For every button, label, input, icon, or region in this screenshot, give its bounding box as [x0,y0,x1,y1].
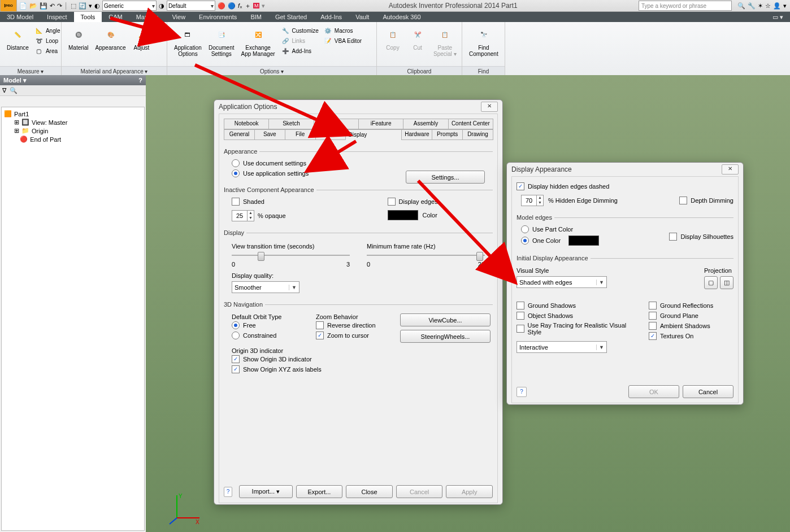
ground-reflections-check[interactable]: Ground Reflections [649,300,733,311]
ribbon-tab-view[interactable]: View [165,12,192,22]
edge-color-swatch[interactable] [388,210,418,220]
tree-end[interactable]: 🔴End of Part [4,135,142,143]
filter-icon[interactable]: ∇ [2,87,6,94]
ribbon-tab-bim[interactable]: BIM [244,12,268,22]
dialog-titlebar[interactable]: Application Options ✕ [214,100,502,114]
display-edges-check[interactable]: Display edges [388,197,438,207]
steeringwheels-button[interactable]: SteeringWheels... [400,330,491,343]
loop-button[interactable]: ➰Loop [32,36,63,46]
tab-sketch[interactable]: Sketch [268,119,314,129]
star-icon[interactable]: ☆ [765,2,771,10]
area-button[interactable]: ▢Area [32,46,63,56]
ribbon-tab-3d-model[interactable]: 3D Model [0,12,40,22]
cancel-button[interactable]: Cancel [683,385,733,398]
panel-matapp-caption[interactable]: Material and Appearance ▾ [62,66,167,76]
panel-measure-caption[interactable]: Measure ▾ [0,66,61,76]
quality-select[interactable]: Smoother▼ [232,281,299,293]
tree-view[interactable]: ⊞ 🔲View: Master [4,118,142,127]
ball1-icon[interactable]: 🔴 [218,2,225,10]
close-button[interactable]: Close [346,485,393,498]
tab-notebook[interactable]: Notebook [224,119,269,129]
appearance-button[interactable]: 🎨Appearance [92,23,129,51]
links-button[interactable]: 🔗Links [279,36,321,46]
one-color-swatch[interactable] [568,236,599,246]
shaded-check[interactable]: Shaded [232,197,286,207]
dialog-help-icon[interactable]: ? [516,387,527,397]
dialog-help-icon[interactable]: ? [224,487,232,497]
hidden-dashed-check[interactable]: ✓Display hidden edges dashed [516,181,733,191]
show-xyz-check[interactable]: ✓Show Origin XYZ axis labels [232,364,485,374]
binoculars-icon[interactable]: 🔍 [737,2,745,10]
signin-icon[interactable]: 👤 [773,2,781,10]
dialog-titlebar[interactable]: Display Appearance ✕ [507,163,743,176]
ribbon-tab-inspect[interactable]: Inspect [40,12,73,22]
orbit-constrained-radio[interactable]: Constrained [232,330,305,341]
close-icon[interactable]: ✕ [722,164,739,175]
key-icon[interactable]: 🔧 [748,2,756,10]
framerate-slider[interactable] [367,250,485,261]
redo-icon[interactable]: ↷ [57,2,62,10]
comm-icon[interactable]: ✶ [758,2,763,10]
import-button[interactable]: Import... ▾ [239,485,293,498]
ribbon-tab-tools[interactable]: Tools [74,12,102,22]
update-icon[interactable]: 🔄 [79,2,86,10]
new-icon[interactable]: 📄 [19,2,27,10]
m-icon[interactable]: M [253,3,260,8]
tab-file[interactable]: File [285,129,316,140]
projection-ortho-button[interactable]: ▢ [704,276,718,289]
ribbon-tab-manage[interactable]: Manage [129,12,166,22]
ribbon-tab-vault[interactable]: Vault [349,12,376,22]
one-color-radio[interactable]: One Color [521,234,669,247]
tab-content-center[interactable]: Content Center [448,119,493,129]
hidden-dimming-spinner[interactable]: 70▲▼ [521,195,544,206]
silhouettes-check[interactable]: Display Silhouettes [669,226,733,247]
ambient-shadows-check[interactable]: Ambient Shadows [649,321,733,331]
material-combo[interactable]: Generic▾ [102,1,157,11]
vba-button[interactable]: 📝VBA Editor [321,36,364,46]
help-icon[interactable]: ▾ [783,2,787,10]
ribbon-tab-autodesk-360[interactable]: Autodesk 360 [376,12,427,22]
tree-root[interactable]: 🟧Part1 [4,110,142,118]
tab-assembly[interactable]: Assembly [403,119,448,129]
projection-persp-button[interactable]: ◫ [720,276,733,289]
tab-hardware[interactable]: Hardware [401,129,432,140]
close-icon[interactable]: ✕ [481,102,498,112]
document-settings-button[interactable]: 📑Document Settings [205,23,238,57]
tab-general[interactable]: General [224,129,255,140]
addins-button[interactable]: ➕Add-Ins [279,46,321,56]
tab-ifeature[interactable]: iFeature [358,119,403,129]
tab-colors[interactable]: Colors [315,129,346,140]
select-icon[interactable]: ▾ [89,2,92,10]
tab-part[interactable]: Part [314,119,359,129]
ribbon-tab-add-ins[interactable]: Add-Ins [314,12,349,22]
plus-icon[interactable]: ＋ [245,2,251,10]
material-ball-icon[interactable]: ◐ [94,2,100,10]
application-options-button[interactable]: 🗔Application Options [171,23,205,57]
save-icon[interactable]: 💾 [40,2,47,10]
find-component-button[interactable]: 🔭Find Component [466,23,502,57]
panel-options-caption[interactable]: Options ▾ [167,66,376,76]
object-shadows-check[interactable]: Object Shadows [516,311,637,321]
angle-button[interactable]: 📐Angle [32,25,63,36]
textures-on-check[interactable]: ✓Textures On [649,331,733,341]
zoom-to-cursor-check[interactable]: ✓Zoom to cursor [316,330,389,341]
macros-button[interactable]: ⚙️Macros [321,25,364,36]
help-small-icon[interactable]: ? [138,77,142,84]
app-logo[interactable]: IPRO [0,0,17,12]
appearance-ball-icon[interactable]: ◑ [159,2,164,10]
export-button[interactable]: Export... [296,485,343,498]
tab-prompts[interactable]: Prompts [432,129,463,140]
ribbon-tab-get-started[interactable]: Get Started [268,12,314,22]
distance-button[interactable]: 📏 Distance [3,23,32,51]
find-icon[interactable]: 🔍 [10,87,18,94]
mode-select[interactable]: Interactive▼ [516,341,607,353]
visual-style-select[interactable]: Shaded with edges▼ [516,276,607,288]
material-button[interactable]: 🔘Material [65,23,92,51]
ok-button[interactable]: OK [628,385,679,398]
viewcube-button[interactable]: ViewCube... [400,313,491,326]
ribbon-extra-icon[interactable]: ▭ ▾ [766,12,790,22]
show-origin-check[interactable]: ✓Show Origin 3D indicator [232,354,485,364]
depth-dimming-check[interactable]: Depth Dimming [679,195,733,206]
ray-tracing-check[interactable]: Use Ray Tracing for Realistic Visual Sty… [516,321,637,337]
ball2-icon[interactable]: 🔵 [228,2,236,10]
